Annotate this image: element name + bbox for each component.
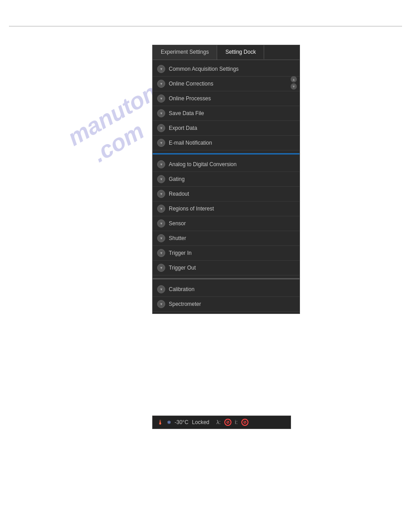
chevron-icon-spectrometer: ▾: [157, 300, 165, 308]
page-container: manutonline .com Experiment Settings Set…: [0, 0, 411, 532]
tab-setting-dock[interactable]: Setting Dock: [217, 45, 264, 60]
menu-label-sensor: Sensor: [169, 220, 186, 227]
chevron-icon-save-data-file: ▾: [157, 109, 165, 117]
locked-label: Locked: [192, 419, 210, 425]
status-bar: 🌡 ❄ -30°C Locked λ: ⊘ i: ⊘: [152, 416, 291, 429]
top-divider: [9, 26, 402, 26]
menu-label-online-corrections: Online Corrections: [169, 81, 213, 87]
gray-section-divider: [153, 278, 300, 279]
menu-item-analog-digital[interactable]: ▾ Analog to Digital Conversion: [153, 157, 300, 172]
menu-label-email-notification: E-mail Notification: [169, 140, 212, 146]
menu-item-shutter[interactable]: ▾ Shutter: [153, 231, 300, 246]
scroll-controls: ▲ ▼: [291, 76, 297, 90]
section-group3: ▾ Calibration ▾ Spectrometer: [153, 280, 300, 313]
menu-label-online-processes: Online Processes: [169, 95, 211, 102]
menu-item-trigger-out[interactable]: ▾ Trigger Out: [153, 261, 300, 275]
menu-label-readout: Readout: [169, 191, 189, 197]
lambda-status-icon: ⊘: [224, 419, 231, 426]
menu-item-regions-of-interest[interactable]: ▾ Regions of Interest: [153, 202, 300, 216]
menu-item-common-acquisition[interactable]: ▾ Common Acquisition Settings: [153, 62, 300, 77]
menu-label-calibration: Calibration: [169, 286, 194, 292]
menu-item-sensor[interactable]: ▾ Sensor: [153, 216, 300, 231]
chevron-icon-gating: ▾: [157, 175, 165, 183]
menu-label-analog-digital: Analog to Digital Conversion: [169, 161, 236, 167]
i-label: i:: [235, 419, 238, 425]
menu-item-online-processes[interactable]: ▾ Online Processes: [153, 91, 300, 106]
scroll-up-icon[interactable]: ▲: [291, 76, 297, 82]
chevron-icon-common-acquisition: ▾: [157, 65, 165, 73]
menu-label-export-data: Export Data: [169, 125, 197, 131]
menu-item-export-data[interactable]: ▾ Export Data: [153, 121, 300, 136]
chevron-icon-online-processes: ▾: [157, 94, 165, 103]
menu-label-gating: Gating: [169, 176, 184, 182]
menu-item-save-data-file[interactable]: ▾ Save Data File: [153, 106, 300, 121]
i-status-icon: ⊘: [241, 419, 248, 426]
menu-item-email-notification[interactable]: ▾ E-mail Notification: [153, 136, 300, 150]
chevron-icon-online-corrections: ▾: [157, 80, 165, 88]
menu-label-common-acquisition: Common Acquisition Settings: [169, 66, 239, 72]
chevron-icon-email-notification: ▾: [157, 139, 165, 147]
menu-item-trigger-in[interactable]: ▾ Trigger In: [153, 246, 300, 261]
menu-label-shutter: Shutter: [169, 235, 186, 241]
chevron-icon-export-data: ▾: [157, 124, 165, 132]
menu-label-spectrometer: Spectrometer: [169, 301, 201, 307]
settings-panel: Experiment Settings Setting Dock ▲ ▼ ▾ C…: [152, 45, 300, 314]
menu-label-trigger-in: Trigger In: [169, 250, 192, 256]
menu-label-save-data-file: Save Data File: [169, 110, 204, 116]
chevron-icon-readout: ▾: [157, 190, 165, 198]
chevron-icon-sensor: ▾: [157, 219, 165, 227]
temperature-value: -30°C: [175, 419, 188, 425]
menu-item-readout[interactable]: ▾ Readout: [153, 187, 300, 202]
chevron-icon-regions-of-interest: ▾: [157, 205, 165, 213]
menu-item-online-corrections[interactable]: ▾ Online Corrections: [153, 77, 300, 91]
menu-label-regions-of-interest: Regions of Interest: [169, 206, 214, 212]
chevron-icon-trigger-in: ▾: [157, 249, 165, 257]
chevron-icon-calibration: ▾: [157, 285, 165, 293]
tab-experiment-settings[interactable]: Experiment Settings: [153, 45, 217, 60]
snowflake-icon: ❄: [167, 420, 171, 425]
menu-item-gating[interactable]: ▾ Gating: [153, 172, 300, 187]
chevron-icon-analog-digital: ▾: [157, 160, 165, 168]
chevron-icon-trigger-out: ▾: [157, 264, 165, 272]
scroll-down-icon[interactable]: ▼: [291, 83, 297, 90]
tab-bar: Experiment Settings Setting Dock: [153, 45, 300, 60]
lambda-label: λ:: [217, 419, 221, 425]
chevron-icon-shutter: ▾: [157, 234, 165, 242]
thermometer-icon: 🌡: [157, 419, 163, 426]
menu-item-calibration[interactable]: ▾ Calibration: [153, 282, 300, 297]
section-group2: ▾ Analog to Digital Conversion ▾ Gating …: [153, 155, 300, 277]
menu-label-trigger-out: Trigger Out: [169, 265, 196, 271]
panel-body: Experiment Settings Setting Dock ▲ ▼ ▾ C…: [152, 45, 300, 314]
section-group1: ▾ Common Acquisition Settings ▾ Online C…: [153, 60, 300, 152]
blue-section-divider: [153, 153, 300, 154]
menu-item-spectrometer[interactable]: ▾ Spectrometer: [153, 297, 300, 312]
